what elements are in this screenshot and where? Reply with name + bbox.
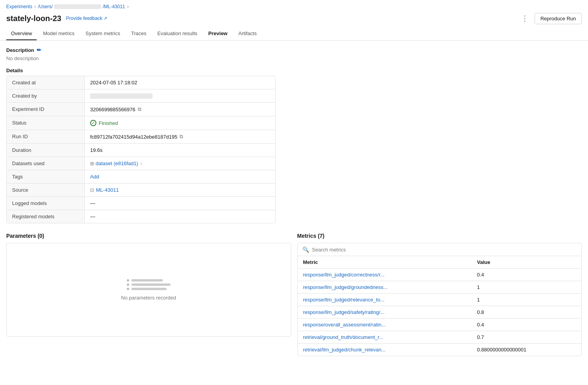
edit-description-icon[interactable]: ✏ (37, 47, 41, 53)
dataset-value: dataset (e816fad1) (96, 160, 138, 166)
metrics-section: Metrics (7) 🔍 Metric Value response/llm_… (297, 233, 582, 356)
page-header: stately-loon-23 Provide feedback ↗ ⋮ Rep… (0, 11, 588, 27)
run-id-value: fc89712fa702415d94a12ebe8187d195 (90, 134, 177, 140)
page-title-area: stately-loon-23 Provide feedback ↗ (6, 14, 107, 23)
parameters-empty-state: No parameters recorded (6, 243, 291, 337)
tab-model-metrics[interactable]: Model metrics (38, 27, 79, 40)
bottom-section: Parameters (0) No param (6, 233, 582, 356)
details-table: Created at 2024-07-05 17:18:02 Created b… (6, 76, 275, 223)
reproduce-run-button[interactable]: Reproduce Run (535, 13, 582, 24)
created-at-value: 2024-07-05 17:18:02 (90, 80, 137, 86)
metrics-table-row: retrieval/ground_truth/document_r...0.7 (298, 331, 582, 344)
metric-value: 0.8 (471, 306, 581, 319)
source-icon: ⊡ (90, 187, 94, 193)
metric-value: 1 (471, 294, 581, 306)
metrics-table-row: response/llm_judged/relevance_to...1 (298, 294, 582, 306)
metrics-search-input[interactable] (312, 247, 577, 253)
search-icon: 🔍 (302, 246, 309, 253)
metrics-table-row: response/llm_judged/correctness/r...0.4 (298, 269, 582, 281)
header-actions: ⋮ Reproduce Run (518, 12, 582, 24)
tab-traces[interactable]: Traces (126, 27, 151, 40)
parameters-section: Parameters (0) No param (6, 233, 291, 356)
empty-params-icon (127, 279, 171, 290)
feedback-link[interactable]: Provide feedback ↗ (66, 16, 107, 21)
metrics-table-row: retrieval/llm_judged/chunk_relevan...0.8… (298, 344, 582, 356)
breadcrumb-sep1: > (34, 4, 36, 9)
breadcrumb-user-blurred (54, 4, 101, 9)
registered-models-value: — (90, 214, 95, 219)
details-row-datasets: Datasets used ⊞ dataset (e816fad1) › (7, 157, 275, 170)
tab-preview[interactable]: Preview (204, 27, 232, 40)
duration-value: 19.6s (90, 147, 103, 153)
experiment-id-value: 3206699885566976 (90, 107, 135, 112)
metrics-section-header: Metrics (7) (297, 233, 582, 239)
metric-value: 0.8800000000000001 (471, 344, 581, 356)
dataset-icon: ⊞ (90, 161, 94, 166)
description-section-title: Description ✏ (6, 47, 582, 53)
details-section: Details Created at 2024-07-05 17:18:02 C… (6, 68, 582, 223)
metrics-table-row: response/overall_assessment/ratin...0.4 (298, 319, 582, 331)
status-check-icon (90, 120, 96, 126)
tab-system-metrics[interactable]: System metrics (81, 27, 125, 40)
details-row-registered-models: Registered models — (7, 210, 275, 223)
logged-models-value: — (90, 200, 95, 206)
metric-name-link[interactable]: response/llm_judged/groundedness... (303, 284, 388, 290)
copy-run-id-button[interactable]: ⧉ (179, 134, 183, 140)
content-area: Description ✏ No description Details Cre… (0, 41, 588, 362)
dot-icon-3 (127, 288, 129, 290)
dataset-chevron: › (140, 161, 142, 166)
metrics-table: Metric Value response/llm_judged/correct… (298, 256, 582, 356)
dot-icon-2 (127, 283, 129, 286)
metrics-search-bar: 🔍 (298, 243, 582, 256)
parameters-section-header: Parameters (0) (6, 233, 291, 239)
tab-artifacts[interactable]: Artifacts (234, 27, 261, 40)
details-section-title: Details (6, 68, 582, 73)
breadcrumb-run[interactable]: /ML-43011 (103, 4, 125, 9)
metrics-container: 🔍 Metric Value response/llm_judged/corre… (297, 243, 582, 356)
col-metric: Metric (298, 256, 472, 269)
metric-value: 0.4 (471, 269, 581, 281)
dot-icon-1 (127, 279, 129, 282)
dataset-link[interactable]: ⊞ dataset (e816fad1) (90, 160, 138, 166)
external-link-icon: ↗ (103, 16, 107, 21)
more-options-button[interactable]: ⋮ (518, 12, 531, 24)
metric-value: 0.4 (471, 319, 581, 331)
details-row-run-id: Run ID fc89712fa702415d94a12ebe8187d195 … (7, 130, 275, 144)
details-row-tags: Tags Add (7, 170, 275, 184)
empty-params-text: No parameters recorded (121, 295, 176, 301)
metric-name-link[interactable]: response/llm_judged/correctness/r... (303, 272, 385, 278)
details-row-source: Source ⊡ ML-43011 (7, 184, 275, 197)
source-link[interactable]: ⊡ ML-43011 (90, 187, 119, 193)
breadcrumb-sep2: > (127, 4, 129, 9)
breadcrumb: Experiments > /Users/ /ML-43011 > (0, 0, 588, 11)
col-value: Value (471, 256, 581, 269)
tabs-nav: Overview Model metrics System metrics Tr… (0, 27, 588, 41)
metric-name-link[interactable]: retrieval/llm_judged/chunk_relevan... (303, 347, 386, 353)
details-row-logged-models: Logged models — (7, 197, 275, 210)
metrics-table-row: response/llm_judged/safety/rating/...0.8 (298, 306, 582, 319)
metrics-table-header-row: Metric Value (298, 256, 582, 269)
tab-overview[interactable]: Overview (6, 27, 37, 40)
breadcrumb-users[interactable]: /Users/ (38, 4, 53, 9)
tab-evaluation-results[interactable]: Evaluation results (153, 27, 202, 40)
metric-value: 0.7 (471, 331, 581, 344)
source-value: ML-43011 (96, 187, 119, 193)
details-row-experiment-id: Experiment ID 3206699885566976 ⧉ (7, 103, 275, 116)
details-row-created-by: Created by (7, 89, 275, 103)
metric-name-link[interactable]: response/llm_judged/relevance_to... (303, 297, 385, 303)
details-row-status: Status Finished (7, 116, 275, 130)
metric-name-link[interactable]: response/overall_assessment/ratin... (303, 322, 386, 328)
metric-name-link[interactable]: retrieval/ground_truth/document_r... (303, 334, 384, 340)
details-row-created-at: Created at 2024-07-05 17:18:02 (7, 76, 275, 89)
metric-value: 1 (471, 281, 581, 294)
copy-experiment-id-button[interactable]: ⧉ (138, 106, 141, 112)
no-description-text: No description (6, 55, 582, 61)
status-text: Finished (99, 120, 118, 126)
add-tag-link[interactable]: Add (90, 174, 99, 180)
metrics-table-row: response/llm_judged/groundedness...1 (298, 281, 582, 294)
breadcrumb-experiments[interactable]: Experiments (6, 4, 32, 9)
metric-name-link[interactable]: response/llm_judged/safety/rating/... (303, 309, 385, 315)
page-title: stately-loon-23 (6, 14, 61, 23)
details-row-duration: Duration 19.6s (7, 144, 275, 157)
status-badge: Finished (90, 120, 118, 126)
